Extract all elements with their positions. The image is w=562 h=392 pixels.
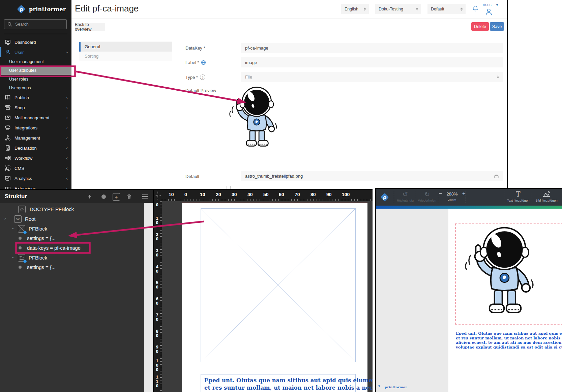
zoom-control[interactable]: − 288% + Zoom [440,190,464,202]
undo-button[interactable]: ↺ Rückgängig [396,190,414,202]
label-input[interactable]: image [241,57,503,67]
menu-icon[interactable] [142,193,149,200]
integrations-icon [4,124,11,131]
tree-row-doctype[interactable]: DOCTYPE PFBlock [18,204,74,214]
editor-text-frame[interactable]: Eped unt. Olutas que nam sitibus aut api… [456,331,562,350]
language-select[interactable]: English [341,4,369,14]
cms-icon [4,165,11,172]
sidebar-search[interactable] [4,19,67,29]
sidebar-menu: Dashboard User ‹ User management User at… [0,37,71,193]
tree-row-settings[interactable]: settings = {... [19,233,56,243]
trash-icon[interactable] [125,193,133,200]
tree-row-pfblock-text[interactable]: ‹ PFBlock [10,253,47,263]
help-icon[interactable]: ? [200,74,205,80]
user-caret-icon[interactable]: ▾ [496,3,498,7]
type-label: Type * ? [185,74,205,80]
annotation-arrow-line [76,71,238,101]
page-title: Edit pf-ca-image [75,3,139,14]
tenant-select[interactable]: Doku-Testing [375,4,421,14]
tree-row-datakeys[interactable]: data-keys = pf-ca-image [19,243,81,253]
sidebar-item-cms[interactable]: CMS‹ [0,163,71,173]
tree-row-pfblock-image[interactable]: ‹ PFBlock [10,224,47,234]
astronaut-image[interactable] [463,226,540,322]
zoom-in-icon[interactable]: + [462,190,466,197]
globe-icon[interactable] [201,60,206,65]
sidebar-item-user-attributes[interactable]: User attributes [0,66,71,75]
image-placeholder-frame[interactable] [201,208,356,362]
watermark: printformer [378,385,407,390]
save-button[interactable]: Save [490,22,504,31]
document-page[interactable]: Eped unt. Olutas que nam sitibus aut api… [182,203,367,392]
chevron-down-icon[interactable]: ‹ [10,227,16,231]
printformer-logo-icon[interactable] [380,192,390,202]
analytics-icon [4,175,11,182]
text-frame[interactable]: Eped unt. Olutas que nam sitibus aut api… [201,374,356,392]
notifications-bell[interactable] [472,5,479,13]
property-dot-icon [19,246,22,249]
sidebar-item-user-management[interactable]: User management [0,57,71,66]
text-block-icon [18,254,25,262]
updown-icon [416,7,418,11]
user-avatar[interactable] [484,7,493,18]
sidebar-item-user[interactable]: User ‹ [0,47,71,57]
search-input[interactable] [14,22,60,27]
editor-canvas: Eped unt. Olutas que nam sitibus aut api… [376,209,562,392]
declaration-icon [4,145,11,151]
brand-logo[interactable]: printformer [16,4,66,14]
editor-window: ↺ Rückgängig ↻ Wiederholen − 288% + Zoom… [375,188,562,392]
doctype-icon [18,206,26,213]
sidebar-item-workflow[interactable]: Workflow‹ [0,153,71,163]
tab-general[interactable]: General [79,42,172,52]
dashboard-icon [4,39,11,46]
ruler-ticks [162,199,373,201]
datakey-input[interactable]: pf-ca-image [241,43,503,53]
undo-icon: ↺ [403,190,408,198]
add-image-button[interactable]: Bild hinzufügen [534,190,559,202]
sidebar-item-management[interactable]: Management‹ [0,133,71,143]
toolbar-separator [438,191,438,203]
vertical-ruler: 0 10 20 30 40 50 60 70 80 90 100 110 [154,201,162,392]
management-icon [4,134,11,141]
placeholder-x-icon [201,209,355,362]
add-text-button[interactable]: T Text hinzufügen [506,190,530,202]
tree-row-root[interactable]: ‹ <> Root [2,214,35,224]
struktur-scrollbar[interactable] [144,203,153,392]
redo-button[interactable]: ↻ Wiederholen [418,190,437,202]
sidebar-item-declaration[interactable]: Declaration‹ [0,143,71,153]
mail-icon [4,114,11,121]
shop-icon [4,104,11,111]
sidebar-item-publish[interactable]: Publish‹ [0,92,71,102]
flash-icon[interactable] [86,193,93,200]
sidebar-item-integrations[interactable]: Integrations‹ [0,123,71,133]
default-input[interactable]: astro_thumb_freistellpfad.png [241,171,503,181]
toolbar-separator [466,191,466,203]
default-label: Default [185,174,199,179]
record-dot-icon[interactable] [100,193,107,200]
sidebar-item-analytics[interactable]: Analytics‹ [0,173,71,183]
delete-button[interactable]: Delete [471,22,489,31]
updown-icon [363,7,366,11]
add-node-icon[interactable]: + [113,193,120,201]
chevron-left-icon: ‹ [66,95,68,100]
sidebar-item-user-roles[interactable]: User roles [0,75,71,84]
type-select[interactable]: File [241,72,503,82]
sidebar-item-usergroups[interactable]: Usergroups [0,84,71,92]
sidebar-item-shop[interactable]: Shop‹ [0,102,71,113]
sidebar-item-dashboard[interactable]: Dashboard [0,37,71,47]
username[interactable]: rissc [483,2,492,7]
tree-row-settings2[interactable]: settings = {... [19,262,56,272]
client-select[interactable]: Default [427,4,466,14]
root-icon: <> [14,215,22,223]
copy-icon[interactable] [494,174,499,179]
chevron-down-icon[interactable]: ‹ [10,256,16,260]
sidebar-item-label: User [14,50,24,55]
search-icon [7,22,12,27]
back-button[interactable]: Back to overview [75,23,105,31]
printformer-logo-icon [16,4,26,14]
struktur-title: Struktur [5,193,27,200]
sidebar-item-mail-management[interactable]: Mail management‹ [0,113,71,123]
zoom-out-icon[interactable]: − [439,190,442,197]
tab-sorting[interactable]: Sorting [79,52,172,61]
chevron-down-icon[interactable]: ‹ [1,217,7,221]
layout-canvas-window: 20 10 0 10 20 30 40 50 60 70 80 90 100 0… [154,189,373,392]
